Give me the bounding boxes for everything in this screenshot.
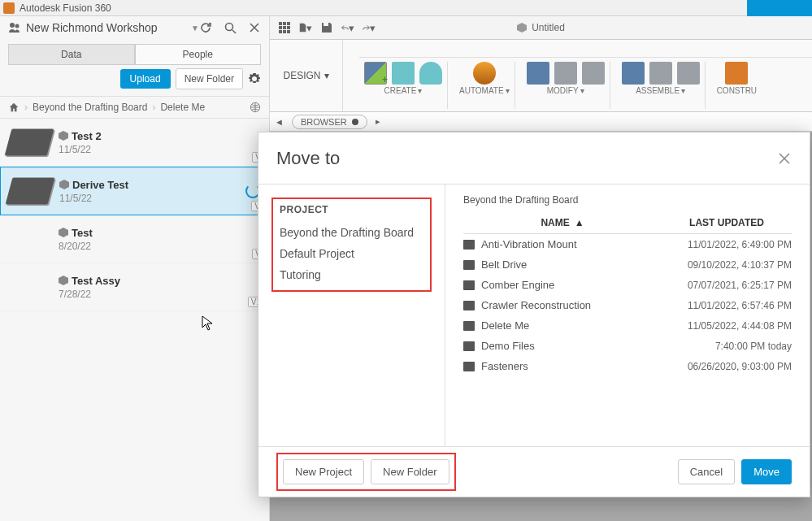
file-icon[interactable]: ▾ xyxy=(299,21,312,34)
rigid-group-icon[interactable] xyxy=(677,62,700,85)
document-tab-untitled[interactable]: Untitled xyxy=(532,22,565,33)
svg-rect-11 xyxy=(283,30,286,33)
search-icon[interactable] xyxy=(224,21,237,34)
fillet-icon[interactable] xyxy=(554,62,577,85)
folder-row[interactable]: Crawler Reconstruction11/01/2022, 6:57:4… xyxy=(463,295,792,315)
breadcrumb-folder[interactable]: Delete Me xyxy=(160,102,205,113)
svg-rect-7 xyxy=(279,26,282,29)
design-icon xyxy=(59,276,68,285)
file-item[interactable]: Test 2 11/5/22 V xyxy=(0,119,269,167)
file-name: Derive Test xyxy=(59,179,218,191)
refresh-icon[interactable] xyxy=(199,21,212,34)
create-sketch-icon[interactable] xyxy=(364,62,387,85)
column-name[interactable]: NAME▲ xyxy=(463,217,662,228)
workspace-switcher[interactable]: DESIGN ▾ xyxy=(270,40,343,111)
data-people-tabs: Data People xyxy=(0,39,269,62)
folder-table-body: Anti-Vibration Mount11/01/2022, 6:49:00 … xyxy=(463,234,792,446)
browser-expand-icon[interactable]: ▸ xyxy=(376,116,380,127)
file-name: Test 2 xyxy=(59,130,261,142)
cylinder-icon[interactable] xyxy=(419,62,442,85)
browser-collapse-icon[interactable]: ◄ xyxy=(275,117,284,127)
svg-rect-4 xyxy=(279,22,282,25)
breadcrumb-separator: › xyxy=(152,102,155,113)
chevron-down-icon[interactable]: ▼ xyxy=(191,24,199,33)
svg-point-0 xyxy=(10,23,15,28)
folder-row[interactable]: Belt Drive09/10/2022, 4:10:37 PM xyxy=(463,254,792,275)
press-pull-icon[interactable] xyxy=(527,62,549,85)
breadcrumb-separator: › xyxy=(24,102,28,113)
window-control-strip[interactable] xyxy=(747,0,812,16)
design-icon xyxy=(517,23,527,33)
redo-icon[interactable]: ▾ xyxy=(363,21,376,34)
gear-icon[interactable] xyxy=(248,72,261,85)
svg-rect-9 xyxy=(287,26,290,29)
ribbon-group-construct: CONSTRU xyxy=(712,62,762,109)
svg-point-1 xyxy=(15,24,20,28)
globe-icon[interactable] xyxy=(250,102,261,113)
browser-toggle[interactable]: BROWSER xyxy=(292,115,367,129)
file-thumbnail xyxy=(6,178,55,205)
folder-browser-pane: Beyond the Drafting Board NAME▲ LAST UPD… xyxy=(445,185,810,446)
move-button[interactable]: Move xyxy=(741,459,792,484)
svg-rect-8 xyxy=(283,26,286,29)
file-item-selected[interactable]: Derive Test 11/5/22 V xyxy=(0,167,269,215)
project-item[interactable]: Tutoring xyxy=(280,264,423,285)
breadcrumb-project[interactable]: Beyond the Drafting Board xyxy=(33,102,147,113)
new-buttons-highlight: New Project New Folder xyxy=(276,453,456,491)
save-icon[interactable] xyxy=(320,21,333,34)
app-icon xyxy=(3,2,15,14)
file-item[interactable]: Test 8/20/22 V xyxy=(0,215,269,263)
joint-icon[interactable] xyxy=(622,62,645,85)
column-updated[interactable]: LAST UPDATED xyxy=(662,217,792,228)
current-location: Beyond the Drafting Board xyxy=(463,194,792,206)
home-icon[interactable] xyxy=(8,102,20,113)
sort-asc-icon: ▲ xyxy=(575,217,584,228)
folder-table-header: NAME▲ LAST UPDATED xyxy=(463,217,792,234)
as-built-joint-icon[interactable] xyxy=(649,62,672,85)
shell-icon[interactable] xyxy=(582,62,605,85)
team-name[interactable]: New Richmond Workshop xyxy=(26,21,188,34)
new-folder-button[interactable]: New Folder xyxy=(176,68,243,89)
app-title: Autodesk Fusion 360 xyxy=(20,2,111,14)
construct-plane-icon[interactable] xyxy=(725,62,748,85)
new-project-button[interactable]: New Project xyxy=(283,459,364,484)
svg-rect-12 xyxy=(287,30,290,33)
team-selector-bar: New Richmond Workshop ▼ xyxy=(0,16,269,39)
browser-label: BROWSER xyxy=(301,117,347,127)
close-panel-icon[interactable] xyxy=(248,21,261,34)
folder-icon xyxy=(463,301,475,310)
file-item[interactable]: Test Assy 7/28/22 V1 xyxy=(0,263,269,311)
box-icon[interactable] xyxy=(392,62,415,85)
dialog-header: Move to xyxy=(258,132,810,185)
folder-row[interactable]: Comber Engine07/07/2021, 6:25:17 PM xyxy=(463,275,792,295)
project-list-pane: PROJECT Beyond the Drafting Board Defaul… xyxy=(258,185,445,446)
grid-icon[interactable] xyxy=(278,21,291,34)
ribbon-group-create: CREATE ▾ xyxy=(359,62,448,109)
upload-toolbar: Upload New Folder xyxy=(0,62,269,96)
folder-row[interactable]: Fasteners06/26/2020, 9:03:00 PM xyxy=(463,356,792,376)
ribbon-group-automate: AUTOMATE ▾ xyxy=(454,62,515,109)
undo-icon[interactable]: ▾ xyxy=(341,21,354,34)
svg-rect-10 xyxy=(279,30,282,33)
window-title-bar: Autodesk Fusion 360 xyxy=(0,0,812,16)
file-name: Test Assy xyxy=(59,275,261,287)
chevron-down-icon: ▾ xyxy=(324,70,329,81)
project-item[interactable]: Default Project xyxy=(280,243,423,264)
automate-icon[interactable] xyxy=(473,62,496,85)
svg-point-2 xyxy=(226,24,233,31)
folder-icon xyxy=(463,321,475,331)
new-folder-button[interactable]: New Folder xyxy=(371,459,449,484)
file-name: Test xyxy=(59,227,261,239)
folder-row[interactable]: Anti-Vibration Mount11/01/2022, 6:49:00 … xyxy=(463,234,792,254)
team-icon xyxy=(8,21,21,34)
close-icon[interactable] xyxy=(777,151,792,166)
move-to-dialog: Move to PROJECT Beyond the Drafting Boar… xyxy=(258,132,810,497)
project-item[interactable]: Beyond the Drafting Board xyxy=(280,222,423,243)
upload-button[interactable]: Upload xyxy=(120,69,171,89)
svg-rect-6 xyxy=(287,22,290,25)
project-header: PROJECT xyxy=(280,204,423,215)
folder-row[interactable]: Delete Me11/05/2022, 4:44:08 PM xyxy=(463,315,792,336)
cancel-button[interactable]: Cancel xyxy=(678,459,735,484)
folder-row[interactable]: Demo Files7:40:00 PM today xyxy=(463,336,792,356)
dialog-footer: New Project New Folder Cancel Move xyxy=(258,446,810,497)
